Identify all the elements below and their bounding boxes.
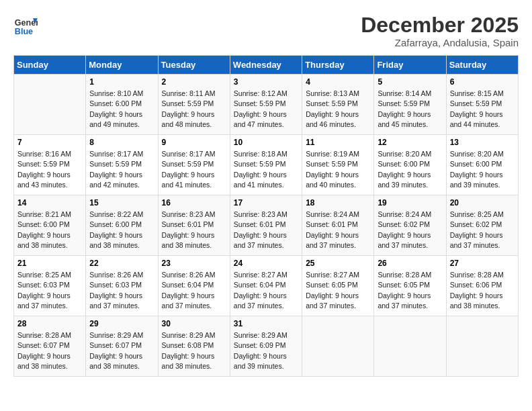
cell-sun-info: Sunrise: 8:25 AMSunset: 6:02 PMDaylight:… xyxy=(450,210,515,250)
calendar-cell: 10Sunrise: 8:18 AMSunset: 5:59 PMDayligh… xyxy=(230,135,302,195)
page-header: General Blue December 2025 Zafarraya, An… xyxy=(13,13,519,48)
day-number: 17 xyxy=(234,198,298,208)
day-number: 23 xyxy=(162,259,226,268)
calendar-cell xyxy=(14,75,86,135)
calendar-table: SundayMondayTuesdayWednesdayThursdayFrid… xyxy=(13,55,519,377)
day-header-sunday: Sunday xyxy=(14,56,86,75)
calendar-cell: 9Sunrise: 8:17 AMSunset: 5:59 PMDaylight… xyxy=(158,135,230,195)
day-header-saturday: Saturday xyxy=(446,56,518,75)
day-number: 8 xyxy=(89,138,154,147)
day-number: 27 xyxy=(450,259,515,268)
calendar-week-row: 1Sunrise: 8:10 AMSunset: 6:00 PMDaylight… xyxy=(14,75,519,135)
cell-sun-info: Sunrise: 8:23 AMSunset: 6:01 PMDaylight:… xyxy=(162,210,226,250)
location-subtitle: Zafarraya, Andalusia, Spain xyxy=(361,37,519,48)
cell-sun-info: Sunrise: 8:19 AMSunset: 5:59 PMDaylight:… xyxy=(306,149,370,190)
day-number: 1 xyxy=(89,77,154,87)
day-number: 7 xyxy=(17,138,82,147)
cell-sun-info: Sunrise: 8:12 AMSunset: 5:59 PMDaylight:… xyxy=(234,89,298,130)
day-number: 16 xyxy=(162,198,226,208)
day-number: 18 xyxy=(306,198,370,208)
calendar-body: 1Sunrise: 8:10 AMSunset: 6:00 PMDaylight… xyxy=(14,75,519,377)
day-header-tuesday: Tuesday xyxy=(158,56,230,75)
day-header-thursday: Thursday xyxy=(302,56,374,75)
calendar-cell: 13Sunrise: 8:20 AMSunset: 6:00 PMDayligh… xyxy=(446,135,518,195)
calendar-cell: 1Sunrise: 8:10 AMSunset: 6:00 PMDaylight… xyxy=(86,75,158,135)
day-number: 15 xyxy=(89,198,154,208)
day-number: 5 xyxy=(378,77,442,87)
cell-sun-info: Sunrise: 8:28 AMSunset: 6:05 PMDaylight:… xyxy=(378,270,442,311)
calendar-cell: 11Sunrise: 8:19 AMSunset: 5:59 PMDayligh… xyxy=(302,135,374,195)
day-number: 28 xyxy=(17,319,82,328)
calendar-cell: 3Sunrise: 8:12 AMSunset: 5:59 PMDaylight… xyxy=(230,75,302,135)
cell-sun-info: Sunrise: 8:13 AMSunset: 5:59 PMDaylight:… xyxy=(306,89,370,130)
cell-sun-info: Sunrise: 8:24 AMSunset: 6:01 PMDaylight:… xyxy=(306,210,370,250)
cell-sun-info: Sunrise: 8:28 AMSunset: 6:06 PMDaylight:… xyxy=(450,270,515,311)
calendar-cell: 2Sunrise: 8:11 AMSunset: 5:59 PMDaylight… xyxy=(158,75,230,135)
calendar-cell: 8Sunrise: 8:17 AMSunset: 5:59 PMDaylight… xyxy=(86,135,158,195)
calendar-cell: 19Sunrise: 8:24 AMSunset: 6:02 PMDayligh… xyxy=(374,195,446,256)
cell-sun-info: Sunrise: 8:17 AMSunset: 5:59 PMDaylight:… xyxy=(162,149,226,190)
day-number: 12 xyxy=(378,138,442,147)
calendar-cell: 24Sunrise: 8:27 AMSunset: 6:04 PMDayligh… xyxy=(230,256,302,316)
cell-sun-info: Sunrise: 8:29 AMSunset: 6:09 PMDaylight:… xyxy=(234,330,298,371)
day-number: 4 xyxy=(306,77,370,87)
calendar-week-row: 28Sunrise: 8:28 AMSunset: 6:07 PMDayligh… xyxy=(14,316,519,377)
calendar-cell: 25Sunrise: 8:27 AMSunset: 6:05 PMDayligh… xyxy=(302,256,374,316)
day-header-friday: Friday xyxy=(374,56,446,75)
day-number: 30 xyxy=(162,319,226,328)
day-number: 2 xyxy=(162,77,226,87)
cell-sun-info: Sunrise: 8:15 AMSunset: 5:59 PMDaylight:… xyxy=(450,89,515,130)
day-number: 31 xyxy=(234,319,298,328)
cell-sun-info: Sunrise: 8:27 AMSunset: 6:04 PMDaylight:… xyxy=(234,270,298,311)
cell-sun-info: Sunrise: 8:21 AMSunset: 6:00 PMDaylight:… xyxy=(17,210,82,250)
cell-sun-info: Sunrise: 8:17 AMSunset: 5:59 PMDaylight:… xyxy=(89,149,154,190)
cell-sun-info: Sunrise: 8:22 AMSunset: 6:00 PMDaylight:… xyxy=(89,210,154,250)
cell-sun-info: Sunrise: 8:26 AMSunset: 6:03 PMDaylight:… xyxy=(89,270,154,311)
calendar-cell: 26Sunrise: 8:28 AMSunset: 6:05 PMDayligh… xyxy=(374,256,446,316)
calendar-cell: 6Sunrise: 8:15 AMSunset: 5:59 PMDaylight… xyxy=(446,75,518,135)
calendar-cell: 21Sunrise: 8:25 AMSunset: 6:03 PMDayligh… xyxy=(14,256,86,316)
calendar-cell: 4Sunrise: 8:13 AMSunset: 5:59 PMDaylight… xyxy=(302,75,374,135)
calendar-cell: 15Sunrise: 8:22 AMSunset: 6:00 PMDayligh… xyxy=(86,195,158,256)
calendar-cell: 22Sunrise: 8:26 AMSunset: 6:03 PMDayligh… xyxy=(86,256,158,316)
cell-sun-info: Sunrise: 8:29 AMSunset: 6:08 PMDaylight:… xyxy=(162,330,226,371)
day-header-monday: Monday xyxy=(86,56,158,75)
calendar-cell: 12Sunrise: 8:20 AMSunset: 6:00 PMDayligh… xyxy=(374,135,446,195)
calendar-header-row: SundayMondayTuesdayWednesdayThursdayFrid… xyxy=(14,56,519,75)
cell-sun-info: Sunrise: 8:24 AMSunset: 6:02 PMDaylight:… xyxy=(378,210,442,250)
cell-sun-info: Sunrise: 8:27 AMSunset: 6:05 PMDaylight:… xyxy=(306,270,370,311)
calendar-cell: 31Sunrise: 8:29 AMSunset: 6:09 PMDayligh… xyxy=(230,316,302,377)
day-number: 25 xyxy=(306,259,370,268)
calendar-cell: 5Sunrise: 8:14 AMSunset: 5:59 PMDaylight… xyxy=(374,75,446,135)
day-number: 9 xyxy=(162,138,226,147)
calendar-cell xyxy=(374,316,446,377)
calendar-cell: 7Sunrise: 8:16 AMSunset: 5:59 PMDaylight… xyxy=(14,135,86,195)
calendar-cell: 28Sunrise: 8:28 AMSunset: 6:07 PMDayligh… xyxy=(14,316,86,377)
day-number: 3 xyxy=(234,77,298,87)
calendar-week-row: 21Sunrise: 8:25 AMSunset: 6:03 PMDayligh… xyxy=(14,256,519,316)
calendar-cell: 27Sunrise: 8:28 AMSunset: 6:06 PMDayligh… xyxy=(446,256,518,316)
calendar-cell xyxy=(302,316,374,377)
day-number: 11 xyxy=(306,138,370,147)
calendar-cell: 14Sunrise: 8:21 AMSunset: 6:00 PMDayligh… xyxy=(14,195,86,256)
cell-sun-info: Sunrise: 8:11 AMSunset: 5:59 PMDaylight:… xyxy=(162,89,226,130)
svg-text:Blue: Blue xyxy=(15,27,33,36)
day-number: 14 xyxy=(17,198,82,208)
cell-sun-info: Sunrise: 8:28 AMSunset: 6:07 PMDaylight:… xyxy=(17,330,82,371)
calendar-cell: 17Sunrise: 8:23 AMSunset: 6:01 PMDayligh… xyxy=(230,195,302,256)
title-block: December 2025 Zafarraya, Andalusia, Spai… xyxy=(361,13,519,48)
cell-sun-info: Sunrise: 8:25 AMSunset: 6:03 PMDaylight:… xyxy=(17,270,82,311)
calendar-week-row: 14Sunrise: 8:21 AMSunset: 6:00 PMDayligh… xyxy=(14,195,519,256)
day-number: 19 xyxy=(378,198,442,208)
month-title: December 2025 xyxy=(361,13,519,37)
day-number: 29 xyxy=(89,319,154,328)
logo-icon: General Blue xyxy=(13,13,38,38)
logo: General Blue xyxy=(13,13,38,38)
cell-sun-info: Sunrise: 8:23 AMSunset: 6:01 PMDaylight:… xyxy=(234,210,298,250)
cell-sun-info: Sunrise: 8:20 AMSunset: 6:00 PMDaylight:… xyxy=(450,149,515,190)
cell-sun-info: Sunrise: 8:14 AMSunset: 5:59 PMDaylight:… xyxy=(378,89,442,130)
cell-sun-info: Sunrise: 8:29 AMSunset: 6:07 PMDaylight:… xyxy=(89,330,154,371)
day-number: 24 xyxy=(234,259,298,268)
cell-sun-info: Sunrise: 8:18 AMSunset: 5:59 PMDaylight:… xyxy=(234,149,298,190)
calendar-cell: 23Sunrise: 8:26 AMSunset: 6:04 PMDayligh… xyxy=(158,256,230,316)
